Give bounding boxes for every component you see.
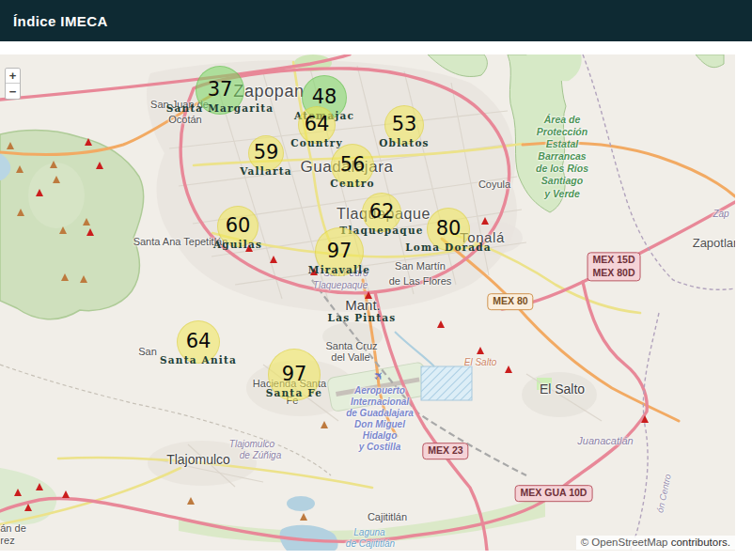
road-badge-mex-23: MEX 23 — [422, 443, 468, 459]
road-badge-mex-15d-mex-80d: MEX 15D MEX 80D — [588, 252, 641, 281]
road-badges-layer: MEX 15D MEX 80DMEX 80MEX 23MEX GUA 10D — [0, 54, 735, 551]
osm-attribution-link[interactable]: OpenStreetMap — [591, 537, 667, 548]
zoom-in-button[interactable]: + — [6, 69, 20, 84]
zoom-control: + − — [5, 68, 21, 100]
map-canvas[interactable]: ZapopanGuadalajaraTlaquepaqueTonaláMant.… — [0, 54, 735, 551]
imeca-map-app: Índice IMECA — [0, 0, 752, 560]
app-header: Índice IMECA — [0, 0, 752, 41]
contributors-text: contributors. — [668, 537, 730, 548]
copyright-text: © — [581, 537, 592, 548]
road-badge-mex-80: MEX 80 — [487, 293, 533, 310]
road-badge-mex-gua-10d: MEX GUA 10D — [515, 485, 593, 502]
map-attribution: © OpenStreetMap contributors. — [576, 536, 735, 550]
page-title: Índice IMECA — [0, 13, 108, 29]
zoom-out-button[interactable]: − — [6, 84, 20, 99]
